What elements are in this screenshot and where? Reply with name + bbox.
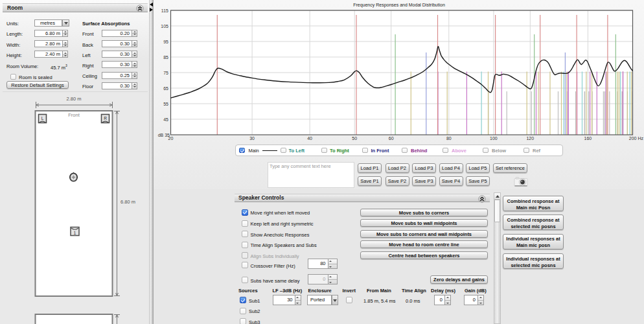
svg-text:200 Hz: 200 Hz <box>629 136 644 141</box>
svg-text:120: 120 <box>526 136 534 141</box>
svg-text:85: 85 <box>163 55 168 60</box>
svg-text:L: L <box>41 116 44 121</box>
svg-text:50: 50 <box>352 136 357 141</box>
svg-text:1: 1 <box>74 231 76 235</box>
svg-text:65: 65 <box>163 86 168 91</box>
svg-text:2.80 m: 2.80 m <box>67 96 82 102</box>
svg-text:30: 30 <box>249 136 255 141</box>
svg-text:100: 100 <box>490 136 498 141</box>
svg-text:6.80 m: 6.80 m <box>121 199 135 205</box>
svg-text:45: 45 <box>163 117 168 122</box>
svg-text:Front: Front <box>68 112 80 118</box>
svg-text:dB 35: dB 35 <box>158 133 170 137</box>
svg-text:R: R <box>104 116 107 121</box>
svg-text:95: 95 <box>163 40 168 44</box>
svg-text:80: 80 <box>446 136 452 141</box>
svg-text:60: 60 <box>389 136 394 141</box>
svg-text:Frequency Responses and Modal: Frequency Responses and Modal Distributi… <box>353 3 445 8</box>
svg-text:115: 115 <box>161 8 168 13</box>
svg-text:160: 160 <box>584 136 592 141</box>
svg-text:40: 40 <box>307 136 312 141</box>
svg-text:55: 55 <box>163 102 168 106</box>
svg-text:75: 75 <box>163 71 168 75</box>
svg-text:105: 105 <box>161 24 168 29</box>
